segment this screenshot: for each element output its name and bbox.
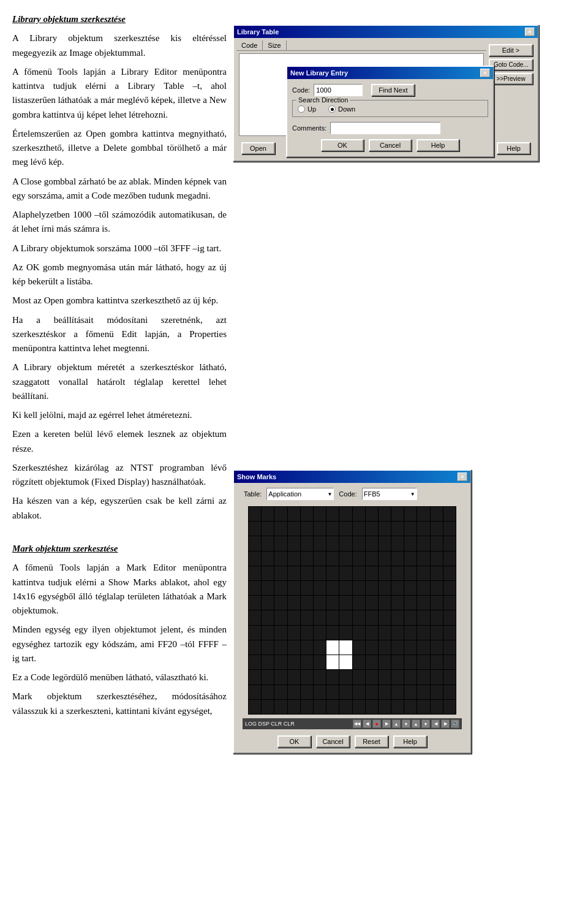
marks-cell[interactable] [314,700,326,714]
marks-cell[interactable] [404,536,417,550]
marks-cell[interactable] [249,610,261,624]
marks-cell[interactable] [353,596,365,610]
marks-cell[interactable] [391,700,404,714]
marks-cell[interactable] [339,536,352,550]
marks-cell[interactable] [417,581,429,595]
radio-down[interactable] [328,105,336,113]
marks-cell[interactable] [288,507,300,521]
marks-cell[interactable] [249,581,261,595]
marks-cell[interactable] [404,670,417,684]
marks-cell[interactable] [301,670,313,684]
marks-cell[interactable] [443,700,456,714]
library-table-close-button[interactable]: × [525,28,535,36]
preview-button[interactable]: >>Preview [489,73,533,85]
marks-cell[interactable] [249,670,261,684]
marks-cell[interactable] [249,552,261,566]
toolbar-icon-3[interactable]: ■ [372,719,381,728]
marks-cell[interactable] [366,566,378,580]
marks-cell[interactable] [443,670,456,684]
marks-cell[interactable] [274,552,287,566]
marks-cell[interactable] [288,536,300,550]
marks-cell[interactable] [417,610,429,624]
marks-cell[interactable] [431,522,443,536]
marks-cell[interactable] [339,655,352,669]
marks-cell[interactable] [417,536,429,550]
marks-cell[interactable] [417,670,429,684]
marks-cell[interactable] [431,596,443,610]
marks-cell[interactable] [274,626,287,640]
marks-cell[interactable] [431,536,443,550]
marks-cell[interactable] [443,522,456,536]
marks-cell[interactable] [314,536,326,550]
marks-cell[interactable] [443,685,456,699]
marks-cell[interactable] [366,610,378,624]
marks-cell[interactable] [379,596,391,610]
marks-cell[interactable] [288,552,300,566]
marks-cell[interactable] [249,566,261,580]
marks-cell[interactable] [339,581,352,595]
marks-cell[interactable] [339,610,352,624]
marks-cell[interactable] [443,552,456,566]
marks-cell[interactable] [288,655,300,669]
marks-cell[interactable] [391,610,404,624]
marks-cell[interactable] [326,670,339,684]
toolbar-icon-9[interactable]: ◀ [431,719,440,728]
marks-cell[interactable] [391,626,404,640]
marks-cell[interactable] [326,552,339,566]
toolbar-icon-2[interactable]: ◀ [363,719,371,728]
marks-cell[interactable] [288,522,300,536]
marks-reset-button[interactable]: Reset [355,735,388,748]
marks-cell[interactable] [339,507,352,521]
marks-cell[interactable] [326,522,339,536]
marks-cell[interactable] [391,685,404,699]
marks-cell[interactable] [326,596,339,610]
marks-cell[interactable] [404,655,417,669]
marks-cell[interactable] [326,536,339,550]
marks-cell[interactable] [339,685,352,699]
marks-cell[interactable] [353,536,365,550]
marks-cell[interactable] [404,700,417,714]
marks-cell[interactable] [443,626,456,640]
marks-cell[interactable] [314,640,326,655]
marks-cell[interactable] [417,685,429,699]
marks-cell[interactable] [417,640,429,655]
marks-cell[interactable] [314,566,326,580]
marks-cell[interactable] [301,610,313,624]
new-entry-close-button[interactable]: × [480,69,490,77]
marks-cell[interactable] [366,685,378,699]
marks-cell[interactable] [404,581,417,595]
marks-cell[interactable] [379,552,391,566]
marks-cell[interactable] [314,552,326,566]
marks-cell[interactable] [314,596,326,610]
marks-cell[interactable] [314,685,326,699]
marks-cell[interactable] [366,522,378,536]
marks-cell[interactable] [274,566,287,580]
marks-cell[interactable] [262,640,274,655]
marks-cell[interactable] [443,610,456,624]
marks-cell[interactable] [288,640,300,655]
marks-cell[interactable] [262,700,274,714]
marks-cell[interactable] [249,536,261,550]
marks-cell[interactable] [431,566,443,580]
marks-cell[interactable] [404,596,417,610]
marks-cell[interactable] [249,640,261,655]
marks-cell[interactable] [379,610,391,624]
marks-cell[interactable] [262,552,274,566]
marks-cell[interactable] [326,581,339,595]
marks-cell[interactable] [366,581,378,595]
marks-cell[interactable] [353,552,365,566]
marks-cell[interactable] [314,610,326,624]
marks-cell[interactable] [274,610,287,624]
marks-cell[interactable] [443,536,456,550]
marks-cell[interactable] [249,685,261,699]
marks-cell[interactable] [404,522,417,536]
marks-cell[interactable] [366,700,378,714]
marks-cell[interactable] [366,552,378,566]
marks-cell[interactable] [288,626,300,640]
marks-cell[interactable] [404,507,417,521]
marks-cell[interactable] [379,507,391,521]
marks-cell[interactable] [443,566,456,580]
marks-cell[interactable] [262,522,274,536]
marks-cell[interactable] [353,670,365,684]
marks-cell[interactable] [262,626,274,640]
